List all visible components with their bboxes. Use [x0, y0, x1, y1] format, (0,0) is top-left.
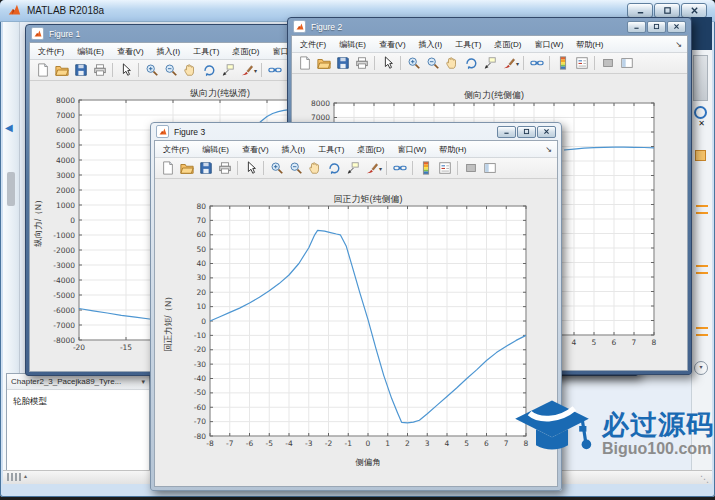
brush-data-button[interactable]: [238, 62, 255, 79]
menu-insert[interactable]: 插入(I): [157, 46, 181, 57]
insert-colorbar-button[interactable]: [417, 160, 434, 177]
zoom-in-button[interactable]: [268, 160, 285, 177]
menu-insert[interactable]: 插入(I): [419, 39, 443, 50]
brush-dropdown-icon[interactable]: ▾: [254, 67, 257, 74]
edit-plot-button[interactable]: [242, 160, 259, 177]
brush-dropdown-icon[interactable]: ▾: [516, 60, 519, 67]
details-header-dropdown[interactable]: Chapter2_3_Pacejka89_Tyre... ▾: [7, 374, 149, 390]
minimize-button[interactable]: [497, 126, 516, 138]
pan-button[interactable]: [443, 55, 460, 72]
warning-marker[interactable]: [696, 265, 708, 274]
menu-edit[interactable]: 编辑(E): [339, 39, 366, 50]
brush-data-button[interactable]: [500, 55, 517, 72]
menu-tools[interactable]: 工具(T): [318, 144, 344, 155]
insert-legend-button[interactable]: [573, 55, 590, 72]
close-button[interactable]: [681, 3, 707, 18]
menu-window[interactable]: 窗口(W): [534, 39, 563, 50]
menu-help[interactable]: 帮助(H): [576, 39, 603, 50]
commandwindow-action-button[interactable]: ▾: [694, 361, 708, 375]
figure-2-titlebar[interactable]: Figure 2: [288, 18, 691, 35]
zoom-out-button[interactable]: [424, 55, 441, 72]
data-cursor-button[interactable]: [481, 55, 498, 72]
edit-plot-button[interactable]: [379, 55, 396, 72]
menu-file[interactable]: 文件(F): [163, 144, 189, 155]
new-figure-button[interactable]: [296, 55, 313, 72]
link-plot-button[interactable]: [266, 62, 283, 79]
menu-view[interactable]: 查看(V): [379, 39, 406, 50]
new-figure-button[interactable]: [159, 160, 176, 177]
menu-desktop[interactable]: 桌面(D): [494, 39, 521, 50]
rotate-3d-button[interactable]: [200, 62, 217, 79]
zoom-out-button[interactable]: [162, 62, 179, 79]
menu-view[interactable]: 查看(V): [117, 46, 144, 57]
figure-3-titlebar[interactable]: Figure 3: [151, 123, 561, 140]
menu-desktop[interactable]: 桌面(D): [357, 144, 384, 155]
rotate-3d-button[interactable]: [462, 55, 479, 72]
minimize-button[interactable]: [627, 3, 653, 18]
zoom-in-button[interactable]: [143, 62, 160, 79]
insert-legend-button[interactable]: [436, 160, 453, 177]
rotate-3d-button[interactable]: [325, 160, 342, 177]
zoom-in-button[interactable]: [405, 55, 422, 72]
pan-button[interactable]: [181, 62, 198, 79]
edit-plot-button[interactable]: [117, 62, 134, 79]
insert-colorbar-button[interactable]: [554, 55, 571, 72]
menu-file[interactable]: 文件(F): [300, 39, 326, 50]
maximize-button[interactable]: [517, 126, 536, 138]
hide-plot-tools-button[interactable]: [599, 55, 616, 72]
link-plot-button[interactable]: [528, 55, 545, 72]
print-figure-button[interactable]: [353, 55, 370, 72]
open-file-button[interactable]: [53, 62, 70, 79]
dock-figure-icon[interactable]: ↘: [545, 145, 552, 154]
menu-tools[interactable]: 工具(T): [455, 39, 481, 50]
open-file-button[interactable]: [178, 160, 195, 177]
indicator-circle-icon[interactable]: [694, 106, 707, 119]
show-plot-tools-button[interactable]: [618, 55, 635, 72]
menu-edit[interactable]: 编辑(E): [77, 46, 104, 57]
menu-help[interactable]: 帮助(H): [439, 144, 466, 155]
show-plot-tools-button[interactable]: [481, 160, 498, 177]
save-figure-button[interactable]: [197, 160, 214, 177]
dock-figure-icon[interactable]: ↘: [675, 40, 682, 49]
maximize-button[interactable]: [647, 21, 666, 33]
new-figure-button[interactable]: [34, 62, 51, 79]
warning-summary-marker[interactable]: [695, 150, 706, 161]
data-cursor-button[interactable]: [219, 62, 236, 79]
menu-file[interactable]: 文件(F): [38, 46, 64, 57]
print-figure-button[interactable]: [91, 62, 108, 79]
minimize-button[interactable]: [627, 21, 646, 33]
zoom-out-button[interactable]: [287, 160, 304, 177]
print-figure-button[interactable]: [216, 160, 233, 177]
menu-edit[interactable]: 编辑(E): [202, 144, 229, 155]
open-file-button[interactable]: [315, 55, 332, 72]
brush-data-button[interactable]: [363, 160, 380, 177]
save-figure-button[interactable]: [72, 62, 89, 79]
statusbar-arrow-icon: ▴: [24, 472, 27, 479]
hide-plot-tools-button[interactable]: [462, 160, 479, 177]
maximize-button[interactable]: [654, 3, 680, 18]
close-button[interactable]: [667, 21, 686, 33]
menu-tools[interactable]: 工具(T): [193, 46, 219, 57]
back-arrow-icon[interactable]: ◀: [5, 122, 13, 133]
link-plot-button[interactable]: [391, 160, 408, 177]
resize-grip-icon[interactable]: ⋱: [700, 474, 709, 484]
open-folder-icon: [180, 161, 194, 175]
left-scrollbar-thumb[interactable]: [7, 172, 15, 206]
data-cursor-button[interactable]: [344, 160, 361, 177]
close-doc-icon[interactable]: ✕: [698, 119, 705, 128]
menu-desktop[interactable]: 桌面(D): [232, 46, 259, 57]
pan-button[interactable]: [306, 160, 323, 177]
statusbar-grip[interactable]: [7, 473, 21, 481]
figure-3-window[interactable]: Figure 3 文件(F) 编辑(E) 查看(V) 插入(I) 工具(T) 桌…: [150, 122, 562, 491]
right-scrollbar[interactable]: [693, 55, 708, 101]
close-button[interactable]: [537, 126, 556, 138]
new-document-icon: [36, 63, 50, 77]
menu-view[interactable]: 查看(V): [242, 144, 269, 155]
menu-window[interactable]: 窗口(W): [397, 144, 426, 155]
figure-3-plot[interactable]: -8-7-6-5-4-3-2-1012345678807060504030201…: [155, 179, 559, 489]
save-figure-button[interactable]: [334, 55, 351, 72]
menu-insert[interactable]: 插入(I): [282, 144, 306, 155]
warning-marker[interactable]: [696, 205, 708, 214]
brush-dropdown-icon[interactable]: ▾: [379, 165, 382, 172]
warning-marker[interactable]: [696, 327, 708, 336]
